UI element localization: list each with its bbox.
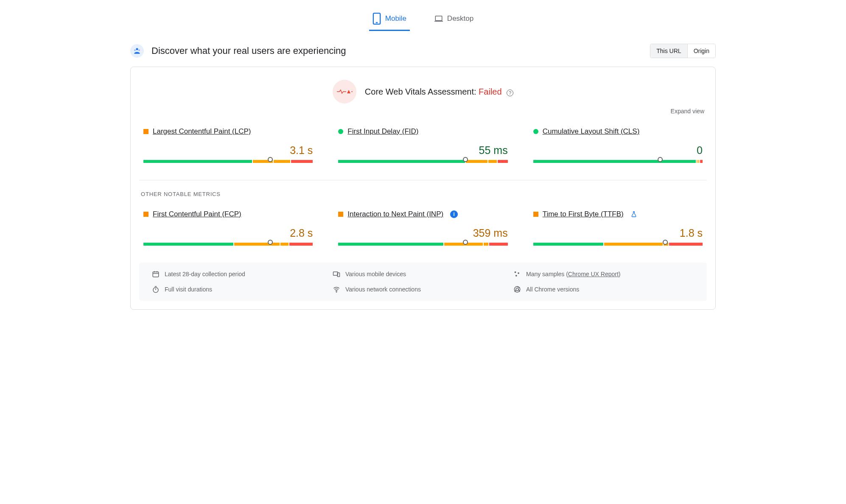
metric-inp-value: 359 ms: [338, 227, 507, 239]
metric-inp-bar: [338, 243, 507, 246]
metric-ttfb-value: 1.8 s: [533, 227, 703, 239]
status-square-icon: [338, 212, 343, 217]
metric-fid: First Input Delay (FID) 55 ms: [338, 127, 507, 163]
footer-info: Latest 28-day collection period Various …: [139, 263, 707, 301]
vitals-card: Core Web Vitals Assessment: Failed ? Exp…: [130, 67, 716, 310]
metric-fcp-bar: [143, 243, 313, 246]
tab-mobile[interactable]: Mobile: [369, 8, 410, 31]
scope-toggle: This URL Origin: [650, 44, 716, 58]
status-square-icon: [143, 212, 148, 217]
footer-devices: Various mobile devices: [333, 270, 513, 278]
footer-versions: All Chrome versions: [513, 286, 694, 293]
scatter-icon: [513, 270, 521, 278]
metric-cls-value: 0: [533, 144, 703, 157]
metric-cls-bar: [533, 160, 703, 163]
tab-desktop[interactable]: Desktop: [431, 8, 477, 31]
chrome-icon: [513, 286, 521, 293]
assessment-row: Core Web Vitals Assessment: Failed ?: [139, 80, 707, 104]
other-metrics-grid: First Contentful Paint (FCP) 2.8 s Inter…: [139, 210, 707, 246]
core-metrics-grid: Largest Contentful Paint (LCP) 3.1 s Fir…: [139, 127, 707, 163]
metric-lcp-bar: [143, 160, 313, 163]
svg-point-5: [134, 50, 136, 51]
header-row: Discover what your real users are experi…: [130, 44, 716, 58]
svg-rect-2: [435, 16, 442, 21]
info-icon[interactable]: i: [450, 210, 458, 218]
device-tabs: Mobile Desktop: [130, 0, 716, 31]
metric-inp-name[interactable]: Interaction to Next Paint (INP): [347, 210, 443, 218]
metric-lcp: Largest Contentful Paint (LCP) 3.1 s: [143, 127, 313, 163]
metric-fcp-name[interactable]: First Contentful Paint (FCP): [153, 210, 241, 218]
status-square-icon: [143, 129, 148, 134]
help-icon[interactable]: ?: [507, 90, 513, 96]
metric-fcp: First Contentful Paint (FCP) 2.8 s: [143, 210, 313, 246]
devices-icon: [333, 270, 340, 278]
toggle-origin[interactable]: Origin: [687, 44, 715, 58]
metric-ttfb: Time to First Byte (TTFB) 1.8 s: [533, 210, 703, 246]
status-square-icon: [533, 212, 538, 217]
status-circle-icon: [533, 129, 538, 134]
footer-samples: Many samples (Chrome UX Report): [513, 270, 694, 278]
toggle-this-url[interactable]: This URL: [650, 44, 687, 58]
svg-point-6: [138, 50, 140, 51]
assessment-status: Failed: [479, 87, 501, 96]
svg-marker-7: [347, 90, 350, 93]
metric-ttfb-name[interactable]: Time to First Byte (TTFB): [543, 210, 624, 218]
network-icon: [333, 286, 340, 293]
page-title: Discover what your real users are experi…: [151, 45, 346, 56]
metric-fid-name[interactable]: First Input Delay (FID): [347, 127, 418, 136]
failed-icon: [333, 80, 356, 104]
metric-cls-name[interactable]: Cumulative Layout Shift (CLS): [543, 127, 640, 136]
expand-view-link[interactable]: Expand view: [139, 108, 707, 115]
tab-mobile-label: Mobile: [385, 14, 406, 23]
metric-fid-bar: [338, 160, 507, 163]
svg-point-23: [516, 288, 518, 291]
metric-inp: Interaction to Next Paint (INP)i 359 ms: [338, 210, 507, 246]
assessment-label: Core Web Vitals Assessment:: [365, 87, 479, 96]
metric-ttfb-bar: [533, 243, 703, 246]
users-icon: [130, 44, 144, 58]
flask-icon[interactable]: [630, 211, 637, 218]
svg-point-15: [515, 272, 516, 273]
svg-point-4: [136, 48, 138, 50]
footer-network: Various network connections: [333, 286, 513, 293]
status-circle-icon: [338, 129, 343, 134]
calendar-icon: [152, 270, 160, 278]
footer-durations: Full visit durations: [152, 286, 333, 293]
desktop-icon: [434, 13, 443, 25]
metric-cls: Cumulative Layout Shift (CLS) 0: [533, 127, 703, 163]
tab-desktop-label: Desktop: [447, 14, 473, 23]
assessment-text: Core Web Vitals Assessment: Failed ?: [365, 87, 513, 97]
metric-fid-value: 55 ms: [338, 144, 507, 157]
svg-rect-13: [333, 272, 338, 275]
stopwatch-icon: [152, 286, 160, 293]
footer-period: Latest 28-day collection period: [152, 270, 333, 278]
metric-fcp-value: 2.8 s: [143, 227, 313, 239]
svg-point-16: [518, 272, 519, 274]
divider: [139, 180, 707, 180]
svg-point-17: [515, 275, 517, 277]
metric-lcp-value: 3.1 s: [143, 144, 313, 157]
chrome-ux-report-link[interactable]: Chrome UX Report: [568, 271, 619, 277]
svg-point-21: [336, 291, 337, 292]
mobile-icon: [373, 13, 381, 25]
svg-rect-9: [153, 272, 159, 277]
section-label: OTHER NOTABLE METRICS: [139, 191, 707, 197]
metric-lcp-name[interactable]: Largest Contentful Paint (LCP): [153, 127, 251, 136]
